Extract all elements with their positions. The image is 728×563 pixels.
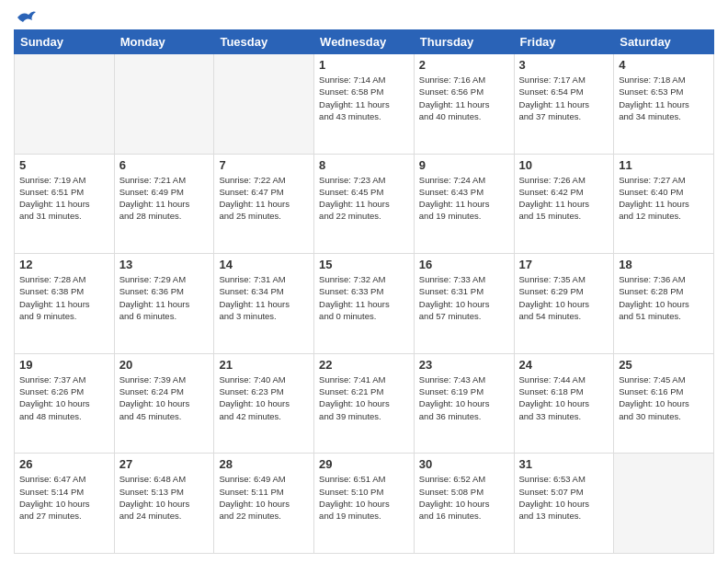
day-cell: 30Sunrise: 6:52 AM Sunset: 5:08 PM Dayli…: [414, 454, 514, 554]
day-number: 6: [119, 158, 210, 172]
day-cell: [15, 54, 115, 155]
day-cell: 18Sunrise: 7:36 AM Sunset: 6:28 PM Dayli…: [614, 254, 714, 354]
day-number: 11: [619, 158, 709, 172]
day-cell: 14Sunrise: 7:31 AM Sunset: 6:34 PM Dayli…: [214, 254, 314, 354]
day-info: Sunrise: 7:28 AM Sunset: 6:38 PM Dayligh…: [19, 273, 109, 322]
day-info: Sunrise: 7:21 AM Sunset: 6:49 PM Dayligh…: [119, 174, 210, 223]
day-number: 25: [619, 358, 709, 372]
day-number: 20: [119, 358, 210, 372]
day-info: Sunrise: 6:49 AM Sunset: 5:11 PM Dayligh…: [219, 473, 309, 522]
week-row-3: 12Sunrise: 7:28 AM Sunset: 6:38 PM Dayli…: [15, 254, 714, 354]
day-info: Sunrise: 7:39 AM Sunset: 6:24 PM Dayligh…: [119, 373, 210, 422]
day-info: Sunrise: 7:36 AM Sunset: 6:28 PM Dayligh…: [619, 273, 709, 322]
day-info: Sunrise: 7:29 AM Sunset: 6:36 PM Dayligh…: [119, 273, 210, 322]
day-info: Sunrise: 7:31 AM Sunset: 6:34 PM Dayligh…: [219, 273, 309, 322]
day-number: 2: [419, 58, 509, 72]
day-cell: 4Sunrise: 7:18 AM Sunset: 6:53 PM Daylig…: [614, 54, 714, 155]
calendar-table: Sunday Monday Tuesday Wednesday Thursday…: [14, 29, 714, 554]
day-info: Sunrise: 6:48 AM Sunset: 5:13 PM Dayligh…: [119, 473, 210, 522]
day-number: 4: [619, 58, 709, 72]
day-info: Sunrise: 7:27 AM Sunset: 6:40 PM Dayligh…: [619, 174, 709, 223]
header-row: Sunday Monday Tuesday Wednesday Thursday…: [15, 30, 714, 54]
day-info: Sunrise: 7:33 AM Sunset: 6:31 PM Dayligh…: [419, 273, 509, 322]
day-info: Sunrise: 7:19 AM Sunset: 6:51 PM Dayligh…: [19, 174, 109, 223]
day-number: 28: [219, 457, 309, 471]
day-number: 1: [319, 58, 409, 72]
day-number: 19: [19, 358, 109, 372]
day-cell: 21Sunrise: 7:40 AM Sunset: 6:23 PM Dayli…: [214, 353, 314, 454]
day-cell: 9Sunrise: 7:24 AM Sunset: 6:43 PM Daylig…: [414, 154, 514, 254]
day-number: 8: [319, 158, 409, 172]
day-cell: 22Sunrise: 7:41 AM Sunset: 6:21 PM Dayli…: [314, 353, 415, 454]
col-tuesday: Tuesday: [214, 30, 314, 54]
day-number: 22: [319, 358, 409, 372]
day-info: Sunrise: 6:53 AM Sunset: 5:07 PM Dayligh…: [519, 473, 609, 522]
day-number: 3: [519, 58, 609, 72]
col-sunday: Sunday: [15, 30, 115, 54]
day-info: Sunrise: 7:22 AM Sunset: 6:47 PM Dayligh…: [219, 174, 309, 223]
day-number: 17: [519, 258, 609, 271]
day-cell: 20Sunrise: 7:39 AM Sunset: 6:24 PM Dayli…: [114, 353, 214, 454]
day-cell: 13Sunrise: 7:29 AM Sunset: 6:36 PM Dayli…: [114, 254, 214, 354]
day-cell: 11Sunrise: 7:27 AM Sunset: 6:40 PM Dayli…: [614, 154, 714, 254]
logo-bird-icon: [16, 9, 36, 26]
day-info: Sunrise: 7:14 AM Sunset: 6:58 PM Dayligh…: [319, 74, 409, 122]
day-cell: [614, 454, 714, 554]
day-cell: 1Sunrise: 7:14 AM Sunset: 6:58 PM Daylig…: [314, 54, 415, 155]
day-number: 26: [19, 457, 109, 471]
day-number: 5: [19, 158, 109, 172]
day-number: 12: [19, 258, 109, 271]
day-cell: 12Sunrise: 7:28 AM Sunset: 6:38 PM Dayli…: [15, 254, 115, 354]
day-info: Sunrise: 7:35 AM Sunset: 6:29 PM Dayligh…: [519, 273, 609, 322]
day-cell: 17Sunrise: 7:35 AM Sunset: 6:29 PM Dayli…: [514, 254, 614, 354]
day-number: 14: [219, 258, 309, 271]
col-wednesday: Wednesday: [314, 30, 415, 54]
day-cell: 2Sunrise: 7:16 AM Sunset: 6:56 PM Daylig…: [414, 54, 514, 155]
day-cell: 15Sunrise: 7:32 AM Sunset: 6:33 PM Dayli…: [314, 254, 415, 354]
day-info: Sunrise: 7:37 AM Sunset: 6:26 PM Dayligh…: [19, 373, 109, 422]
day-number: 15: [319, 258, 409, 271]
day-number: 16: [419, 258, 509, 271]
day-cell: 7Sunrise: 7:22 AM Sunset: 6:47 PM Daylig…: [214, 154, 314, 254]
day-number: 7: [219, 158, 309, 172]
week-row-1: 1Sunrise: 7:14 AM Sunset: 6:58 PM Daylig…: [15, 54, 714, 155]
day-info: Sunrise: 7:41 AM Sunset: 6:21 PM Dayligh…: [319, 373, 409, 422]
day-number: 10: [519, 158, 609, 172]
day-number: 18: [619, 258, 709, 271]
day-cell: 8Sunrise: 7:23 AM Sunset: 6:45 PM Daylig…: [314, 154, 415, 254]
day-number: 27: [119, 457, 210, 471]
day-info: Sunrise: 7:24 AM Sunset: 6:43 PM Dayligh…: [419, 174, 509, 223]
day-number: 9: [419, 158, 509, 172]
day-number: 23: [419, 358, 509, 372]
day-cell: 28Sunrise: 6:49 AM Sunset: 5:11 PM Dayli…: [214, 454, 314, 554]
logo: [14, 9, 36, 22]
day-cell: 3Sunrise: 7:17 AM Sunset: 6:54 PM Daylig…: [514, 54, 614, 155]
day-info: Sunrise: 7:26 AM Sunset: 6:42 PM Dayligh…: [519, 174, 609, 223]
day-info: Sunrise: 6:52 AM Sunset: 5:08 PM Dayligh…: [419, 473, 509, 522]
day-cell: 19Sunrise: 7:37 AM Sunset: 6:26 PM Dayli…: [15, 353, 115, 454]
day-cell: 25Sunrise: 7:45 AM Sunset: 6:16 PM Dayli…: [614, 353, 714, 454]
day-info: Sunrise: 7:32 AM Sunset: 6:33 PM Dayligh…: [319, 273, 409, 322]
day-cell: 29Sunrise: 6:51 AM Sunset: 5:10 PM Dayli…: [314, 454, 415, 554]
day-info: Sunrise: 7:44 AM Sunset: 6:18 PM Dayligh…: [519, 373, 609, 422]
day-cell: 5Sunrise: 7:19 AM Sunset: 6:51 PM Daylig…: [15, 154, 115, 254]
day-cell: [214, 54, 314, 155]
page: Sunday Monday Tuesday Wednesday Thursday…: [0, 0, 728, 563]
day-number: 30: [419, 457, 509, 471]
day-cell: 16Sunrise: 7:33 AM Sunset: 6:31 PM Dayli…: [414, 254, 514, 354]
col-saturday: Saturday: [614, 30, 714, 54]
week-row-2: 5Sunrise: 7:19 AM Sunset: 6:51 PM Daylig…: [15, 154, 714, 254]
day-info: Sunrise: 7:23 AM Sunset: 6:45 PM Dayligh…: [319, 174, 409, 223]
week-row-4: 19Sunrise: 7:37 AM Sunset: 6:26 PM Dayli…: [15, 353, 714, 454]
col-monday: Monday: [114, 30, 214, 54]
day-info: Sunrise: 7:16 AM Sunset: 6:56 PM Dayligh…: [419, 74, 509, 122]
header: [14, 9, 714, 22]
day-number: 31: [519, 457, 609, 471]
day-cell: 24Sunrise: 7:44 AM Sunset: 6:18 PM Dayli…: [514, 353, 614, 454]
day-number: 21: [219, 358, 309, 372]
day-number: 29: [319, 457, 409, 471]
day-cell: 6Sunrise: 7:21 AM Sunset: 6:49 PM Daylig…: [114, 154, 214, 254]
day-info: Sunrise: 6:51 AM Sunset: 5:10 PM Dayligh…: [319, 473, 409, 522]
day-cell: 23Sunrise: 7:43 AM Sunset: 6:19 PM Dayli…: [414, 353, 514, 454]
col-friday: Friday: [514, 30, 614, 54]
